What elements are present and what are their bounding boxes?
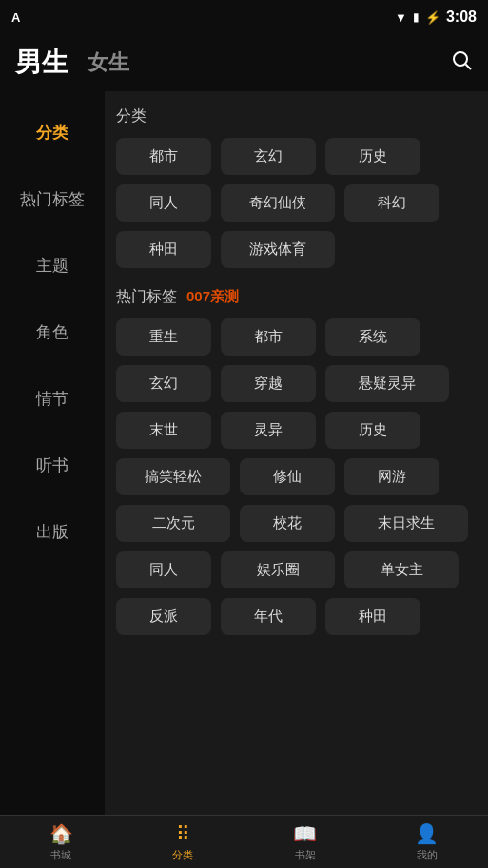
wifi-icon: ▼ — [395, 10, 407, 25]
nav-profile-label: 我的 — [417, 848, 438, 862]
tag-悬疑灵异[interactable]: 悬疑灵异 — [325, 365, 449, 402]
categories-grid: 都市 玄幻 历史 同人 奇幻仙侠 科幻 种田 游戏体育 — [116, 138, 477, 268]
status-left-icon: A — [11, 10, 20, 25]
tag-重生[interactable]: 重生 — [116, 318, 211, 356]
tag-末日求生[interactable]: 末日求生 — [344, 505, 468, 542]
tag-hot-种田[interactable]: 种田 — [325, 598, 420, 635]
nav-bookstore-label: 书城 — [50, 848, 71, 862]
tag-奇幻仙侠[interactable]: 奇幻仙侠 — [221, 184, 335, 222]
status-time: 3:08 — [446, 9, 477, 26]
main-layout: 分类 热门标签 主题 角色 情节 听书 出版 分类 都市 玄幻 历史 同人 奇幻… — [0, 91, 488, 815]
tag-搞笑轻松[interactable]: 搞笑轻松 — [116, 458, 230, 495]
sidebar: 分类 热门标签 主题 角色 情节 听书 出版 — [0, 91, 105, 815]
battery-icon: ⚡ — [425, 10, 440, 25]
tag-玄幻[interactable]: 玄幻 — [221, 138, 316, 175]
sidebar-item-publish[interactable]: 出版 — [0, 498, 105, 565]
svg-point-0 — [454, 52, 467, 66]
tag-历史[interactable]: 历史 — [325, 138, 420, 175]
tag-反派[interactable]: 反派 — [116, 598, 211, 635]
tag-游戏体育[interactable]: 游戏体育 — [221, 231, 335, 268]
tag-末世[interactable]: 末世 — [116, 412, 211, 449]
tab-female[interactable]: 女生 — [88, 48, 129, 77]
tag-二次元[interactable]: 二次元 — [116, 505, 230, 542]
tab-male[interactable]: 男生 — [15, 45, 68, 81]
svg-line-1 — [466, 65, 472, 70]
tag-都市[interactable]: 都市 — [116, 138, 211, 175]
nav-bookstore[interactable]: 🏠 书城 — [32, 822, 89, 862]
nav-profile[interactable]: 👤 我的 — [399, 822, 456, 862]
sidebar-item-plot[interactable]: 情节 — [0, 365, 105, 432]
sidebar-item-theme[interactable]: 主题 — [0, 232, 105, 299]
tag-娱乐圈[interactable]: 娱乐圈 — [221, 551, 335, 588]
tag-hot-同人[interactable]: 同人 — [116, 551, 211, 588]
person-icon: 👤 — [415, 822, 439, 845]
status-bar: A ▼ ▮ ⚡ 3:08 — [0, 0, 488, 34]
tag-种田[interactable]: 种田 — [116, 231, 211, 268]
bottom-nav: 🏠 书城 ⠿ 分类 📖 书架 👤 我的 — [0, 815, 488, 868]
categories-title: 分类 — [116, 106, 477, 126]
grid-icon: ⠿ — [176, 822, 190, 845]
tag-单女主[interactable]: 单女主 — [344, 551, 459, 588]
tag-网游[interactable]: 网游 — [344, 458, 439, 495]
hot-tags-title: 热门标签 — [116, 287, 177, 307]
tag-修仙[interactable]: 修仙 — [240, 458, 335, 495]
hot-tags-header: 热门标签 007亲测 — [116, 287, 477, 307]
nav-categories[interactable]: ⠿ 分类 — [154, 822, 211, 862]
hot-tags-grid: 重生 都市 系统 玄幻 穿越 悬疑灵异 末世 灵异 历史 搞笑轻松 修仙 网游 … — [116, 318, 477, 635]
sidebar-item-categories[interactable]: 分类 — [0, 99, 105, 165]
book-icon: 📖 — [293, 822, 317, 845]
nav-categories-label: 分类 — [172, 848, 193, 862]
search-button[interactable] — [450, 48, 473, 77]
sidebar-item-role[interactable]: 角色 — [0, 299, 105, 365]
sidebar-item-hot-tags[interactable]: 热门标签 — [0, 165, 105, 232]
tag-校花[interactable]: 校花 — [240, 505, 335, 542]
header: 男生 女生 — [0, 34, 488, 91]
tag-同人[interactable]: 同人 — [116, 184, 211, 222]
hot-badge: 007亲测 — [186, 288, 239, 306]
tag-科幻[interactable]: 科幻 — [344, 184, 439, 222]
nav-shelf-label: 书架 — [295, 848, 316, 862]
signal-icon: ▮ — [413, 10, 420, 24]
sidebar-item-audiobook[interactable]: 听书 — [0, 432, 105, 498]
tag-年代[interactable]: 年代 — [221, 598, 316, 635]
search-icon — [450, 48, 473, 71]
content-area: 分类 都市 玄幻 历史 同人 奇幻仙侠 科幻 种田 游戏体育 热门标签 007亲… — [105, 91, 488, 815]
tag-系统[interactable]: 系统 — [325, 318, 420, 356]
tag-hot-玄幻[interactable]: 玄幻 — [116, 365, 211, 402]
tag-穿越[interactable]: 穿越 — [221, 365, 316, 402]
home-icon: 🏠 — [49, 822, 73, 845]
status-right: ▼ ▮ ⚡ 3:08 — [395, 9, 477, 26]
tag-hot-历史[interactable]: 历史 — [325, 412, 420, 449]
nav-shelf[interactable]: 📖 书架 — [277, 822, 334, 862]
tag-hot-都市[interactable]: 都市 — [221, 318, 316, 356]
tag-灵异[interactable]: 灵异 — [221, 412, 316, 449]
